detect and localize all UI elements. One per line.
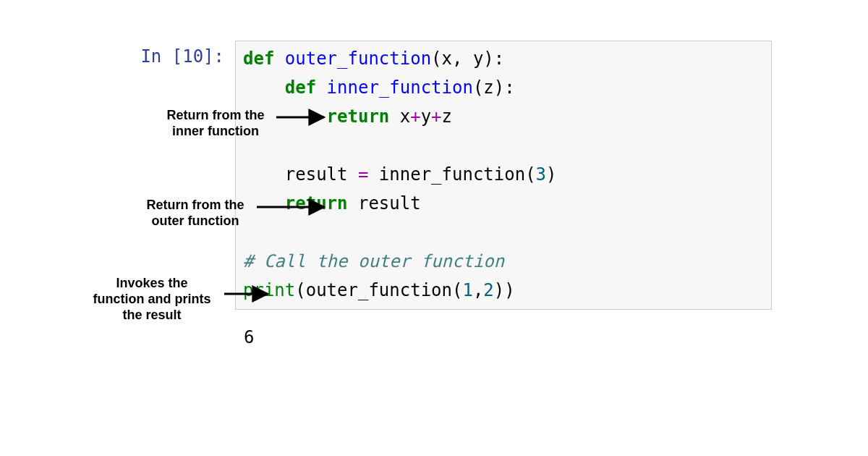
code-line-8-comment: # Call the outer function	[243, 247, 764, 276]
code-line-7-blank	[243, 218, 764, 247]
code-line-5: result = inner_function(3)	[243, 160, 764, 189]
code-cell: def outer_function(x, y): def inner_func…	[235, 41, 772, 310]
keyword-return: return	[327, 106, 400, 127]
indent	[243, 77, 285, 98]
comment: # Call the outer function	[243, 251, 504, 271]
number-literal: 2	[483, 280, 493, 300]
keyword-return: return	[285, 193, 358, 214]
number-literal: 1	[462, 280, 472, 300]
operator-plus: +	[431, 106, 441, 127]
annotation-outer-return: Return from theouter function	[137, 197, 253, 229]
var-x: x	[400, 106, 410, 127]
code-text: inner_function(	[368, 164, 535, 185]
code-line-6: return result	[243, 189, 764, 218]
var-z: z	[442, 106, 452, 127]
annotation-inner-return: Return from theinner function	[158, 107, 273, 139]
code-line-2: def inner_function(z):	[243, 73, 764, 102]
comma: ,	[473, 280, 483, 300]
var-y: y	[421, 106, 431, 127]
keyword-def: def	[243, 48, 285, 69]
code-text: result	[358, 193, 421, 214]
code-text: )	[546, 164, 556, 185]
number-literal: 3	[536, 164, 546, 185]
code-line-1: def outer_function(x, y):	[243, 44, 764, 73]
operator-equals: =	[358, 164, 368, 185]
code-text: result	[243, 164, 358, 185]
cell-output: 6	[244, 327, 254, 347]
code-line-9: print(outer_function(1,2))	[243, 276, 764, 305]
code-text: ))	[494, 280, 515, 300]
builtin-print: print	[243, 280, 295, 300]
code-line-4-blank	[243, 131, 764, 160]
cell-prompt: In [10]:	[130, 46, 224, 67]
function-name-inner: inner_function	[327, 77, 473, 98]
code-text: (x, y):	[431, 48, 504, 69]
code-line-3: return x+y+z	[243, 102, 764, 131]
operator-plus: +	[410, 106, 420, 127]
code-text: (outer_function(	[295, 280, 462, 300]
function-name-outer: outer_function	[285, 48, 431, 69]
annotation-invoke-print: Invokes thefunction and printsthe result	[80, 275, 224, 323]
keyword-def: def	[285, 77, 327, 98]
code-text: (z):	[473, 77, 515, 98]
